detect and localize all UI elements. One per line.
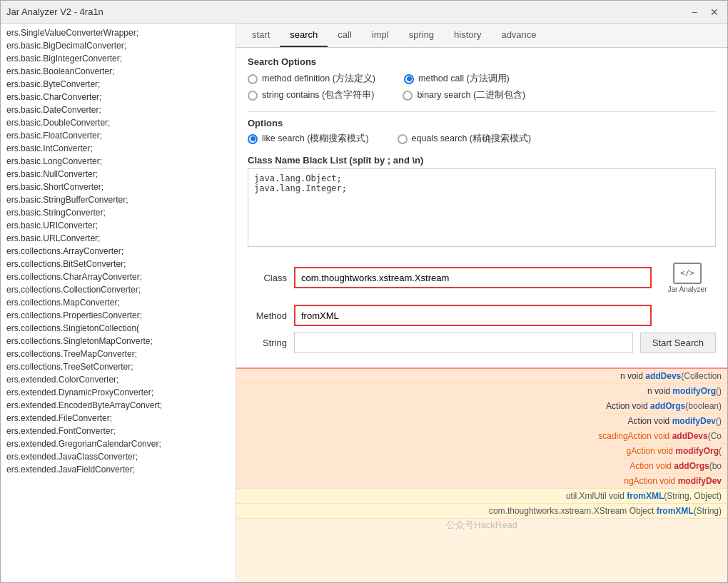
main-content: ers.SingleValueConverterWrapper;ers.basi… bbox=[1, 24, 727, 582]
radio-method-call[interactable]: method call (方法调用) bbox=[404, 73, 510, 85]
class-row: Class </> Jar Analyzer bbox=[248, 256, 716, 299]
jar-icon-box: </> bbox=[673, 263, 702, 284]
list-item[interactable]: ers.collections.TreeMapConverter; bbox=[1, 348, 236, 360]
start-search-button[interactable]: Start Search bbox=[640, 333, 716, 353]
jar-analyzer-icon: </> Jar Analyzer bbox=[659, 256, 716, 299]
result-text: Action void modifyDev() bbox=[242, 416, 722, 426]
list-item[interactable]: ers.extended.EncodedByteArrayConvert; bbox=[1, 399, 236, 412]
table-row[interactable]: Action void addOrgs(bo bbox=[236, 459, 727, 474]
list-item[interactable]: ers.basic.DateConverter; bbox=[1, 103, 236, 116]
result-text: n void modifyOrg() bbox=[242, 386, 722, 396]
radio-circle-like bbox=[248, 134, 258, 144]
list-item[interactable]: ers.extended.JavaClassConverter; bbox=[1, 450, 236, 463]
string-label: String bbox=[248, 338, 287, 348]
result-text: n void addDevs(Collection bbox=[242, 371, 722, 381]
table-row[interactable]: n void addDevs(Collection bbox=[236, 369, 727, 384]
list-item[interactable]: ers.basic.ByteConverter; bbox=[1, 78, 236, 91]
list-item[interactable]: ers.basic.ShortConverter; bbox=[1, 181, 236, 193]
tab-impl[interactable]: impl bbox=[362, 24, 399, 47]
list-item[interactable]: ers.basic.LongConverter; bbox=[1, 155, 236, 168]
list-item[interactable]: ers.extended.JavaFieldConverter; bbox=[1, 463, 236, 476]
radio-method-call-label: method call (方法调用) bbox=[418, 73, 510, 85]
list-item[interactable]: ers.collections.SingletonCollection( bbox=[1, 322, 236, 335]
list-item[interactable]: ers.basic.BigIntegerConverter; bbox=[1, 52, 236, 65]
method-input[interactable] bbox=[294, 305, 652, 326]
tab-history[interactable]: history bbox=[444, 24, 491, 47]
minimize-button[interactable]: − bbox=[687, 5, 702, 19]
window-title: Jar Analyzer V2 - 4ra1n bbox=[6, 6, 103, 17]
result-text: ngAction void modifyDev bbox=[242, 476, 722, 486]
radio-binary-search[interactable]: binary search (二进制包含) bbox=[403, 89, 525, 101]
list-item[interactable]: ers.collections.BitSetConverter; bbox=[1, 258, 236, 270]
list-item[interactable]: ers.SingleValueConverterWrapper; bbox=[1, 26, 236, 39]
tab-search[interactable]: search bbox=[280, 24, 328, 47]
list-item[interactable]: ers.extended.GregorianCalendarConver; bbox=[1, 437, 236, 450]
list-item[interactable]: ers.collections.TreeSetConverter; bbox=[1, 360, 236, 373]
search-type-row-2: string contains (包含字符串) binary search (二… bbox=[248, 89, 716, 101]
result-text: scadingAction void addDevs(Co bbox=[242, 431, 722, 441]
list-item[interactable]: ers.basic.URIConverter; bbox=[1, 219, 236, 232]
table-row[interactable]: scadingAction void addDevs(Co bbox=[236, 429, 727, 444]
table-row[interactable]: com.thoughtworks.xstream.XStream Object … bbox=[236, 504, 727, 519]
radio-circle-binary bbox=[403, 91, 413, 101]
list-item[interactable]: ers.basic.StringConverter; bbox=[1, 206, 236, 219]
options-label: Options bbox=[248, 118, 716, 128]
list-item[interactable]: ers.collections.SingletonMapConverte; bbox=[1, 335, 236, 348]
blacklist-label: Class Name Black List (split by ; and \n… bbox=[248, 155, 716, 166]
options-row: like search (模糊搜索模式) equals search (精确搜索… bbox=[248, 133, 716, 145]
table-row[interactable]: ngAction void modifyDev bbox=[236, 474, 727, 489]
table-row[interactable]: util.XmlUtil void fromXML(String, Object… bbox=[236, 489, 727, 504]
spacer bbox=[248, 249, 716, 256]
radio-like-search[interactable]: like search (模糊搜索模式) bbox=[248, 133, 369, 145]
list-item[interactable]: ers.extended.DynamicProxyConverter; bbox=[1, 386, 236, 399]
search-panel: Search Options method definition (方法定义) … bbox=[236, 48, 727, 367]
radio-equals-search[interactable]: equals search (精确搜索模式) bbox=[398, 133, 532, 145]
string-input[interactable] bbox=[294, 332, 633, 353]
table-row[interactable]: n void modifyOrg() bbox=[236, 384, 727, 399]
radio-string-label: string contains (包含字符串) bbox=[262, 89, 374, 101]
jar-analyzer-label: Jar Analyzer bbox=[667, 285, 707, 293]
tab-advance[interactable]: advance bbox=[491, 24, 546, 47]
radio-method-def[interactable]: method definition (方法定义) bbox=[248, 73, 375, 85]
radio-string-contains[interactable]: string contains (包含字符串) bbox=[248, 89, 374, 101]
list-item[interactable]: ers.collections.CharArrayConverter; bbox=[1, 270, 236, 283]
list-item[interactable]: ers.extended.FontConverter; bbox=[1, 425, 236, 437]
titlebar: Jar Analyzer V2 - 4ra1n − ✕ bbox=[1, 1, 727, 24]
close-button[interactable]: ✕ bbox=[707, 5, 722, 19]
tab-call[interactable]: call bbox=[328, 24, 362, 47]
radio-like-label: like search (模糊搜索模式) bbox=[262, 133, 369, 145]
table-row[interactable]: Action void modifyDev() bbox=[236, 414, 727, 429]
left-panel[interactable]: ers.SingleValueConverterWrapper;ers.basi… bbox=[1, 24, 236, 582]
list-item[interactable]: ers.basic.URLConverter; bbox=[1, 232, 236, 245]
string-row: String Start Search bbox=[248, 332, 716, 353]
list-item[interactable]: ers.basic.FloatConverter; bbox=[1, 129, 236, 142]
result-text: com.thoughtworks.xstream.XStream Object … bbox=[242, 506, 722, 516]
list-item[interactable]: ers.extended.FileConverter; bbox=[1, 412, 236, 425]
table-row[interactable]: Action void addOrgs(boolean) bbox=[236, 399, 727, 414]
list-item[interactable]: ers.basic.CharConverter; bbox=[1, 91, 236, 103]
list-item[interactable]: ers.basic.IntConverter; bbox=[1, 142, 236, 155]
main-window: Jar Analyzer V2 - 4ra1n − ✕ ers.SingleVa… bbox=[0, 0, 728, 583]
method-row: Method bbox=[248, 305, 716, 326]
list-item[interactable]: ers.extended.ColorConverter; bbox=[1, 373, 236, 386]
list-item[interactable]: ers.basic.BigDecimalConverter; bbox=[1, 39, 236, 52]
list-item[interactable]: ers.basic.NullConverter; bbox=[1, 168, 236, 181]
result-text: Action void addOrgs(boolean) bbox=[242, 401, 722, 411]
tab-start[interactable]: start bbox=[242, 24, 280, 47]
list-item[interactable]: ers.basic.StringBufferConverter; bbox=[1, 193, 236, 206]
list-item[interactable]: ers.collections.CollectionConverter; bbox=[1, 283, 236, 296]
list-item[interactable]: ers.collections.PropertiesConverter; bbox=[1, 309, 236, 322]
search-type-row-1: method definition (方法定义) method call (方法… bbox=[248, 73, 716, 85]
list-item[interactable]: ers.basic.BooleanConverter; bbox=[1, 65, 236, 78]
table-row[interactable]: gAction void modifyOrg( bbox=[236, 444, 727, 459]
divider-1 bbox=[248, 111, 716, 112]
list-item[interactable]: ers.collections.ArrayConverter; bbox=[1, 245, 236, 258]
list-item[interactable]: ers.collections.MapConverter; bbox=[1, 296, 236, 309]
results-panel[interactable]: n void addDevs(Collectionn void modifyOr… bbox=[236, 367, 727, 582]
blacklist-textarea[interactable]: java.lang.Object; java.lang.Integer; bbox=[248, 168, 716, 247]
tab-spring[interactable]: spring bbox=[399, 24, 444, 47]
method-label: Method bbox=[248, 310, 287, 321]
class-input[interactable] bbox=[294, 267, 652, 288]
result-text: Action void addOrgs(bo bbox=[242, 461, 722, 471]
list-item[interactable]: ers.basic.DoubleConverter; bbox=[1, 116, 236, 129]
